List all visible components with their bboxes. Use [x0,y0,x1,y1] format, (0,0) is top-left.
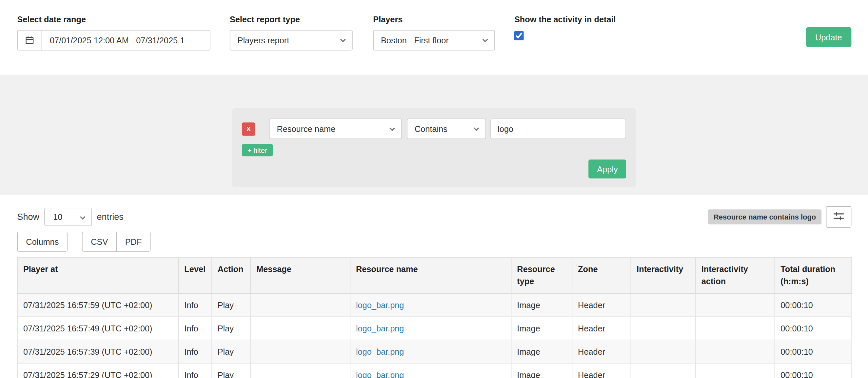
table-cell: 00:00:10 [775,363,851,378]
export-buttons-row: Columns CSV PDF [17,232,851,252]
date-range-label: Select date range [17,14,210,24]
filter-operator-select[interactable]: Contains [407,118,486,139]
results-section: Show 10 entries Resource name contains l… [0,206,868,378]
table-cell: logo_bar.png [350,293,511,316]
update-button[interactable]: Update [806,27,851,47]
filter-value-input[interactable] [490,118,626,139]
column-header-total-duration[interactable]: Total duration (h:m:s) [775,257,851,293]
toggle-filters-button[interactable] [826,206,851,228]
table-cell [250,340,350,363]
entries-count-value: 10 [53,212,62,222]
show-entries-row: Show 10 entries Resource name contains l… [17,206,851,228]
players-value: Boston - First floor [381,35,449,45]
filter-band: X Resource name Contains + filter Apply [0,75,868,195]
entries-label: entries [97,212,124,222]
table-cell: Image [512,340,572,363]
csv-export-button[interactable]: CSV [82,232,117,252]
table-cell: Info [179,316,212,340]
table-cell: logo_bar.png [350,316,511,340]
activity-detail-label: Show the activity in detail [514,14,616,24]
table-cell: Play [212,293,250,316]
report-type-group: Select report type Players report [230,14,353,51]
table-row: 07/31/2025 16:57:49 (UTC +02:00)InfoPlay… [18,316,851,340]
column-header-zone[interactable]: Zone [572,257,631,293]
table-cell: Play [212,316,250,340]
table-row: 07/31/2025 16:57:29 (UTC +02:00)InfoPlay… [18,363,851,378]
table-cell [631,293,695,316]
table-cell: Header [572,293,631,316]
sliders-icon [833,211,844,223]
table-cell: Play [212,340,250,363]
column-header-action[interactable]: Action [212,257,250,293]
pdf-export-button[interactable]: PDF [116,232,151,252]
table-cell [695,363,775,378]
report-type-value: Players report [237,35,289,45]
filter-field-value: Resource name [277,124,335,134]
table-cell: 00:00:10 [775,340,851,363]
table-cell: 07/31/2025 16:57:49 (UTC +02:00) [18,316,178,340]
table-cell [250,363,350,378]
filter-panel: X Resource name Contains + filter Apply [232,108,636,187]
table-cell [631,316,695,340]
entries-count-select[interactable]: 10 [44,208,92,226]
report-table-body: 07/31/2025 16:57:59 (UTC +02:00)InfoPlay… [18,293,851,378]
table-cell: Image [512,293,572,316]
players-group: Players Boston - First floor [373,14,495,51]
column-header-message[interactable]: Message [250,257,350,293]
activity-detail-checkbox[interactable] [514,31,524,41]
table-cell [631,363,695,378]
remove-filter-button[interactable]: X [242,122,255,136]
table-cell [250,316,350,340]
columns-button[interactable]: Columns [17,232,67,252]
table-cell: 00:00:10 [775,316,851,340]
table-right-tools: Resource name contains logo [708,206,851,228]
table-cell: Info [179,363,212,378]
table-cell [631,340,695,363]
filter-field-select[interactable]: Resource name [269,118,402,139]
column-header-level[interactable]: Level [179,257,212,293]
activity-detail-group: Show the activity in detail [514,14,616,43]
table-cell: 07/31/2025 16:57:29 (UTC +02:00) [18,363,178,378]
table-cell: Image [512,363,572,378]
table-cell: logo_bar.png [350,340,511,363]
active-filter-badge: Resource name contains logo [708,209,822,225]
table-cell [695,340,775,363]
column-header-interactivity-action[interactable]: Interactivity action [695,257,775,293]
table-cell: logo_bar.png [350,363,511,378]
column-header-player-at[interactable]: Player at [18,257,178,293]
players-select[interactable]: Boston - First floor [373,30,495,50]
filter-operator-value: Contains [415,124,447,134]
chevron-down-icon [390,126,395,131]
column-header-resource-type[interactable]: Resource type [512,257,572,293]
date-range-input[interactable]: 07/01/2025 12:00 AM - 07/31/2025 1 [17,30,210,50]
table-cell: Info [179,340,212,363]
show-label: Show [17,212,39,222]
resource-link[interactable]: logo_bar.png [356,347,404,356]
resource-link[interactable]: logo_bar.png [356,370,404,378]
table-row: 07/31/2025 16:57:59 (UTC +02:00)InfoPlay… [18,293,851,316]
table-cell: Header [572,363,631,378]
report-type-select[interactable]: Players report [230,30,353,50]
table-cell: 07/31/2025 16:57:59 (UTC +02:00) [18,293,178,316]
resource-link[interactable]: logo_bar.png [356,323,404,333]
chevron-down-icon [80,214,86,220]
table-cell: 00:00:10 [775,293,851,316]
apply-row: Apply [242,159,626,178]
apply-button[interactable]: Apply [589,159,626,178]
table-cell: Header [572,340,631,363]
table-cell [250,293,350,316]
report-table: Player at Level Action Message Resource … [17,257,852,378]
table-cell: Play [212,363,250,378]
chevron-down-icon [340,37,346,42]
column-header-resource-name[interactable]: Resource name [350,257,511,293]
date-range-value: 07/01/2025 12:00 AM - 07/31/2025 1 [42,30,185,50]
report-table-head: Player at Level Action Message Resource … [18,257,851,293]
table-cell: 07/31/2025 16:57:39 (UTC +02:00) [18,340,178,363]
column-header-interactivity[interactable]: Interactivity [631,257,695,293]
resource-link[interactable]: logo_bar.png [356,300,404,310]
add-filter-button[interactable]: + filter [242,144,273,156]
export-button-group: CSV PDF [82,232,151,252]
table-cell [695,293,775,316]
report-type-label: Select report type [230,14,353,24]
calendar-icon [18,30,42,50]
